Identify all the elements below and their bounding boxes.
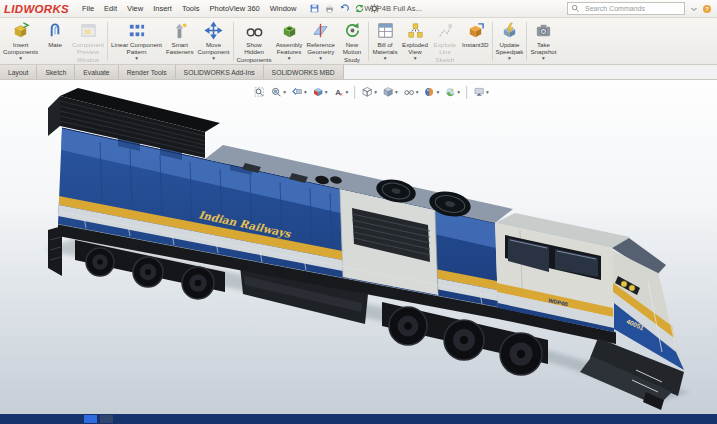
ribbon-smart-fasteners[interactable]: SmartFasteners [164, 19, 196, 64]
headsup-edit-appearance-button[interactable]: ▾ [422, 85, 442, 99]
menu-edit[interactable]: Edit [99, 2, 122, 15]
headsup-annotation-views-button[interactable]: A▾ [330, 85, 350, 99]
dropdown-caret-icon: ▾ [457, 89, 460, 95]
help-button[interactable]: ? [702, 4, 712, 14]
dropdown-caret-icon: ▾ [437, 89, 440, 95]
ribbon-explode-line-sketch: ExplodeLineSketch [430, 19, 460, 64]
ribbon-assembly-features[interactable]: AssemblyFeatures▾ [274, 19, 305, 64]
ribbon-take-snapshot[interactable]: TakeSnapshot▾ [528, 19, 558, 64]
ribbon-exploded-view[interactable]: ExplodedView▾ [400, 19, 430, 64]
dropdown-caret-icon: ▾ [486, 89, 489, 95]
ribbon-move-component[interactable]: MoveComponent▾ [196, 19, 232, 64]
component-preview-icon [79, 21, 98, 40]
windows-taskbar [0, 414, 717, 424]
command-tabs: LayoutSketchEvaluateRender ToolsSOLIDWOR… [0, 65, 717, 80]
tabs-group: LayoutSketchEvaluateRender ToolsSOLIDWOR… [0, 65, 344, 79]
headsup-zoom-fit-button[interactable] [251, 85, 267, 99]
tab-layout[interactable]: Layout [0, 65, 37, 79]
dropdown-caret-icon[interactable]: ▾ [542, 56, 545, 62]
headsup-section-view-button[interactable]: ▾ [310, 85, 330, 99]
display-style-icon [382, 86, 394, 98]
headsup-zoom-area-button[interactable]: ▾ [268, 85, 288, 99]
command-manager: InsertComponents▾MateComponentPreviewWin… [0, 18, 717, 65]
search-icon [571, 4, 580, 13]
dropdown-caret-icon[interactable]: ▾ [288, 56, 291, 62]
menu-tools[interactable]: Tools [177, 2, 205, 15]
tab-render-tools[interactable]: Render Tools [119, 65, 176, 79]
section-view-icon [312, 86, 324, 98]
ribbon-instant3d[interactable]: Instant3D [460, 19, 490, 64]
dropdown-caret-icon[interactable]: ▾ [135, 56, 138, 62]
headsup-display-style-button[interactable]: ▾ [380, 85, 400, 99]
solidworks-window: LIDWORKS FileEditViewInsertToolsPhotoVie… [0, 0, 717, 424]
ribbon-insert-components[interactable]: InsertComponents▾ [1, 19, 40, 64]
dropdown-caret-icon[interactable]: ▾ [384, 56, 387, 62]
dropdown-caret-icon: ▾ [374, 89, 377, 95]
headsup-view-settings-button[interactable]: ▾ [471, 85, 491, 99]
taskbar-app-icon[interactable] [100, 415, 113, 423]
solidworks-logo: LIDWORKS [4, 3, 69, 15]
ribbon-reference-geometry[interactable]: ReferenceGeometry▾ [304, 19, 337, 64]
menu-insert[interactable]: Insert [148, 2, 177, 15]
headsup-view-orientation-button[interactable]: ▾ [359, 85, 379, 99]
dropdown-caret-icon[interactable]: ▾ [414, 56, 417, 62]
quick-undo-button[interactable] [339, 3, 350, 14]
search-input[interactable] [583, 4, 681, 13]
ribbon-update-speedpak[interactable]: UpdateSpeedpak▾ [494, 19, 526, 64]
move-component-icon [204, 21, 223, 40]
graphics-area[interactable]: Indian Railways [0, 80, 717, 414]
menu-file[interactable]: File [77, 2, 99, 15]
headsup-previous-view-button[interactable]: ▾ [289, 85, 309, 99]
speedpak-icon [500, 21, 519, 40]
view-orientation-icon [361, 86, 373, 98]
menu-photoview-360[interactable]: PhotoView 360 [204, 2, 264, 15]
show-hidden-icon [245, 21, 264, 40]
tab-sketch[interactable]: Sketch [37, 65, 75, 79]
ribbon-separator [107, 22, 108, 61]
ribbon-show-hidden-components[interactable]: ShowHiddenComponents [235, 19, 274, 64]
dropdown-caret-icon: ▾ [395, 89, 398, 95]
quick-save-button[interactable] [309, 3, 320, 14]
quick-print-button[interactable] [324, 3, 335, 14]
heads-up-toolbar: ▾▾▾A▾▾▾▾▾▾▾ [251, 85, 491, 99]
chevron-down-button[interactable] [689, 4, 699, 14]
dropdown-caret-icon[interactable]: ▾ [19, 56, 22, 62]
tab-evaluate[interactable]: Evaluate [75, 65, 118, 79]
help-icon: ? [702, 4, 712, 14]
ribbon-mate[interactable]: Mate [40, 19, 70, 64]
headsup-hide-show-items-button[interactable]: ▾ [401, 85, 421, 99]
linear-pattern-icon [127, 21, 146, 40]
chevron-down-icon [689, 4, 699, 14]
taskbar-app-blue-icon[interactable] [84, 415, 97, 423]
ribbon-new-motion-study[interactable]: NewMotionStudy [337, 19, 367, 64]
annotation-views-icon: A [332, 86, 344, 98]
headsup-separator [354, 86, 355, 99]
ribbon-bill-of-materials[interactable]: Bill ofMaterials▾ [370, 19, 400, 64]
dropdown-caret-icon[interactable]: ▾ [212, 56, 215, 62]
snapshot-icon [534, 21, 553, 40]
tab-solidworks-add-ins[interactable]: SOLIDWORKS Add-Ins [176, 65, 264, 79]
ribbon-linear-component-pattern[interactable]: Linear ComponentPattern▾ [109, 19, 164, 64]
motion-study-icon [343, 21, 362, 40]
ribbon-separator [526, 22, 527, 61]
apply-scene-icon [444, 86, 456, 98]
dropdown-caret-icon[interactable]: ▾ [508, 56, 511, 62]
locomotive-model[interactable]: Indian Railways [0, 80, 717, 414]
edit-appearance-icon [424, 86, 436, 98]
dropdown-caret-icon: ▾ [325, 89, 328, 95]
dropdown-caret-icon: ▾ [283, 89, 286, 95]
smart-fasteners-icon [170, 21, 189, 40]
hide-show-items-icon [403, 86, 415, 98]
tab-solidworks-mbd[interactable]: SOLIDWORKS MBD [264, 65, 344, 79]
search-box[interactable] [567, 2, 685, 15]
bom-icon [376, 21, 395, 40]
instant3d-icon [466, 21, 485, 40]
menu-view[interactable]: View [122, 2, 148, 15]
headsup-apply-scene-button[interactable]: ▾ [442, 85, 462, 99]
menu-window[interactable]: Window [265, 2, 302, 15]
document-title: WDP4B Full As... [364, 4, 422, 13]
exploded-view-icon [406, 21, 425, 40]
dropdown-caret-icon[interactable]: ▾ [319, 56, 322, 62]
previous-view-icon [291, 86, 303, 98]
zoom-area-icon [270, 86, 282, 98]
